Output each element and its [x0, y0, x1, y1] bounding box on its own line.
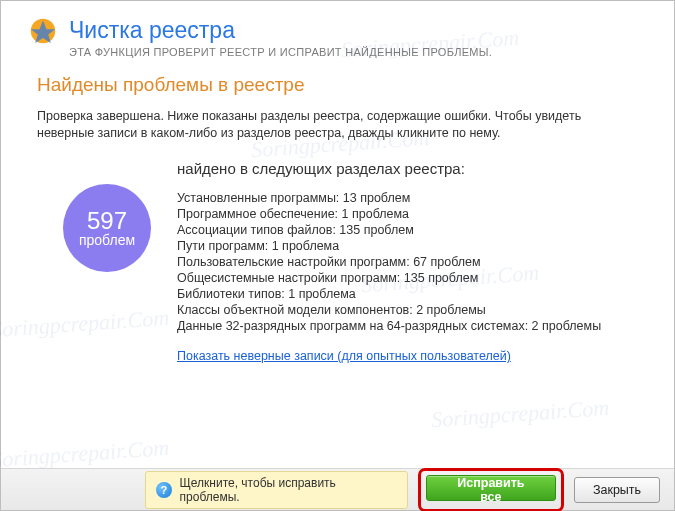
section-title: Найдены проблемы в реестре [37, 74, 638, 96]
list-item[interactable]: Классы объектной модели компонентов: 2 п… [177, 303, 638, 317]
info-icon: ? [156, 482, 172, 498]
problem-count-badge: 597 проблем [63, 184, 151, 272]
list-item[interactable]: Ассоциации типов файлов: 135 проблем [177, 223, 638, 237]
page-title: Чистка реестра [69, 17, 492, 44]
content-area: Найдены проблемы в реестре Проверка заве… [1, 68, 674, 468]
page-subtitle: ЭТА ФУНКЦИЯ ПРОВЕРИТ РЕЕСТР И ИСПРАВИТ Н… [69, 46, 492, 58]
list-item[interactable]: Данные 32-разрядных программ на 64-разря… [177, 319, 638, 333]
fix-all-button[interactable]: Исправить все [426, 475, 556, 501]
registry-cleaner-window: Soringpcrepair.Com Soringpcrepair.Com So… [0, 0, 675, 511]
highlight-frame: Исправить все [418, 468, 564, 512]
header: Чистка реестра ЭТА ФУНКЦИЯ ПРОВЕРИТ РЕЕС… [1, 1, 674, 68]
list-item[interactable]: Общесистемные настройки программ: 135 пр… [177, 271, 638, 285]
list-item[interactable]: Установленные программы: 13 проблем [177, 191, 638, 205]
list-item[interactable]: Программное обеспечение: 1 проблема [177, 207, 638, 221]
footer-bar: ? Щелкните, чтобы исправить проблемы. Ис… [1, 468, 674, 510]
found-in-title: найдено в следующих разделах реестра: [177, 160, 638, 177]
list-item[interactable]: Пользовательские настройки программ: 67 … [177, 255, 638, 269]
results-block: 597 проблем найдено в следующих разделах… [37, 160, 638, 364]
problems-list: Установленные программы: 13 проблем Прог… [177, 191, 638, 333]
problem-count: 597 [87, 208, 127, 233]
list-item[interactable]: Библиотеки типов: 1 проблема [177, 287, 638, 301]
tip-bubble: ? Щелкните, чтобы исправить проблемы. [145, 471, 408, 509]
show-advanced-link[interactable]: Показать неверные записи (для опытных по… [177, 349, 511, 363]
problem-unit: проблем [79, 233, 135, 248]
description-text: Проверка завершена. Ниже показаны раздел… [37, 108, 638, 142]
close-button[interactable]: Закрыть [574, 477, 660, 503]
list-item[interactable]: Пути программ: 1 проблема [177, 239, 638, 253]
app-icon [29, 17, 57, 49]
tip-text: Щелкните, чтобы исправить проблемы. [180, 476, 393, 504]
